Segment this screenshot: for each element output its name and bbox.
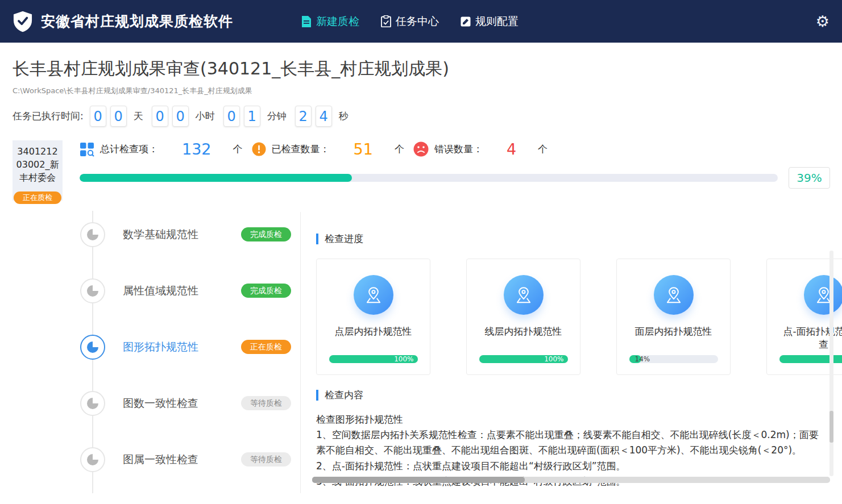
progress-cards-row: 点层内拓扑规范性 100% 线层内拓扑规范性 (316, 259, 842, 375)
section-title: 检查内容 (325, 389, 363, 402)
content-section: 检查内容 检查图形拓扑规范性 1、空间数据层内拓扑关系规范性检查：点要素不能出现… (316, 389, 842, 489)
timer-digit: 0 (172, 106, 189, 127)
timer-unit-minutes: 分钟 (267, 110, 287, 123)
total-items-value: 132 (182, 140, 211, 158)
content-section-header: 检查内容 (316, 389, 842, 402)
main-nav: 新建质检 任务中心 规则配置 (301, 14, 519, 29)
village-tab[interactable]: 340121203002_新丰村委会 正在质检 (13, 140, 63, 201)
card-progress-label: 14% (635, 355, 650, 363)
check-item-label: 图形拓扑规范性 (123, 340, 198, 355)
check-item-attribute-range[interactable]: 属性值域规范性 完成质检 (13, 263, 300, 319)
overall-progress-percent: 39% (789, 167, 830, 189)
task-timer: 任务已执行时间: 0 0 天 0 0 小时 0 1 分钟 2 4 秒 (13, 106, 842, 127)
card-title: 点层内拓扑规范性 (335, 325, 412, 338)
unit-label: 个 (538, 143, 547, 156)
overview-row: 340121203002_新丰村委会 正在质检 总计检查项： 132 个 (13, 140, 842, 201)
main-content: 长丰县村庄规划成果审查(340121_长丰县_村庄规划成果) C:\WorkSp… (0, 57, 842, 493)
check-item-map-attribute-consistency[interactable]: 图属一致性检查 等待质检 (13, 431, 300, 488)
pie-chart-icon (80, 278, 105, 303)
map-pin-icon (354, 275, 393, 315)
map-pin-icon (504, 275, 544, 315)
card-title: 面层内拓扑规范性 (635, 325, 712, 338)
status-badge: 完成质检 (241, 227, 291, 241)
app-title: 安徽省村庄规划成果质检软件 (41, 12, 233, 31)
timer-unit-seconds: 秒 (339, 110, 349, 123)
pie-chart-icon (80, 447, 105, 472)
pie-chart-icon (80, 391, 105, 416)
timer-digit: 0 (110, 106, 127, 127)
error-count-value: 4 (507, 140, 516, 158)
status-badge: 正在质检 (241, 340, 291, 354)
vertical-scrollbar-thumb[interactable] (829, 411, 833, 443)
check-item-label: 数学基础规范性 (123, 227, 198, 242)
village-tab-name: 340121203002_新丰村委会 (15, 145, 60, 185)
nav-item-label: 规则配置 (475, 14, 519, 29)
gear-icon[interactable]: ⚙ (816, 14, 829, 29)
timer-digit: 4 (316, 106, 332, 127)
stats-column: 总计检查项： 132 个 已检查数量： 51 个 (80, 140, 830, 201)
card-progress-label: 100% (394, 355, 413, 363)
check-item-math-basis[interactable]: 数学基础规范性 完成质检 (13, 206, 300, 263)
stats-line: 总计检查项： 132 个 已检查数量： 51 个 (80, 140, 830, 158)
horizontal-scrollbar-thumb[interactable] (312, 477, 525, 483)
nav-item-rule-config[interactable]: 规则配置 (461, 14, 519, 29)
overall-progress-row: 39% (80, 167, 830, 189)
content-paragraph: 1、空间数据层内拓扑关系规范性检查：点要素不能出现重叠；线要素不能自相交、不能出… (316, 427, 825, 458)
card-progress-bar: 100% (479, 355, 568, 363)
checked-count-value: 51 (354, 140, 373, 158)
timer-digit: 0 (90, 106, 106, 127)
check-item-map-number-consistency[interactable]: 图数一致性检查 等待质检 (13, 375, 300, 431)
card-progress-bar: 14% (629, 355, 718, 363)
timer-label: 任务已执行时间: (13, 110, 84, 123)
map-pin-icon (654, 275, 694, 315)
shield-logo-icon (13, 11, 33, 32)
workspace-path: C:\WorkSpace\长丰县村庄规划成果审查/340121_长丰县_村庄规划… (13, 86, 842, 96)
sad-face-icon (413, 141, 429, 157)
horizontal-scrollbar-track[interactable] (312, 477, 830, 483)
check-item-label: 图数一致性检查 (123, 396, 198, 411)
card-progress-label: 100% (544, 355, 563, 363)
alert-circle-icon (252, 142, 266, 156)
nav-item-task-center[interactable]: 任务中心 (381, 14, 439, 29)
unit-label: 个 (233, 143, 243, 156)
new-document-icon (301, 16, 312, 27)
total-items-label: 总计检查项： (100, 143, 158, 156)
checked-count-label: 已检查数量： (272, 143, 330, 156)
page-title: 长丰县村庄规划成果审查(340121_长丰县_村庄规划成果) (13, 57, 842, 81)
check-item-graphic-topology[interactable]: 图形拓扑规范性 正在质检 (13, 319, 300, 375)
pie-chart-icon (80, 335, 105, 360)
status-badge: 完成质检 (241, 284, 291, 298)
rule-config-icon (461, 16, 471, 27)
content-row: 数学基础规范性 完成质检 属性值域规范性 完成质检 图形拓扑规范性 正在质检 (13, 212, 842, 493)
pie-chart-icon (80, 222, 105, 247)
timer-digit: 1 (244, 106, 260, 127)
map-pin-icon (804, 275, 842, 315)
check-item-label: 图属一致性检查 (123, 452, 198, 467)
status-badge: 等待质检 (241, 452, 291, 466)
progress-card-point-layer: 点层内拓扑规范性 100% (316, 259, 430, 375)
timer-unit-days: 天 (134, 110, 143, 123)
status-badge: 等待质检 (241, 396, 291, 410)
card-progress-bar: 100% (329, 355, 418, 363)
section-accent-bar (316, 234, 318, 244)
timer-digit: 0 (223, 106, 240, 127)
village-status-badge: 正在质检 (14, 191, 61, 204)
timer-unit-hours: 小时 (196, 110, 215, 123)
timer-digit: 0 (152, 106, 168, 127)
section-title: 检查进度 (325, 232, 363, 245)
overall-progress-fill (80, 174, 352, 182)
clipboard-icon (381, 15, 391, 27)
error-count-label: 错误数量： (434, 143, 483, 156)
content-paragraph: 检查图形拓扑规范性 (316, 412, 825, 427)
check-item-label: 属性值域规范性 (123, 284, 198, 298)
unit-label: 个 (395, 143, 404, 156)
top-navbar: 安徽省村庄规划成果质检软件 新建质检 任务中心 规则配置 (0, 0, 842, 43)
nav-item-new-inspection[interactable]: 新建质检 (301, 14, 359, 29)
progress-card-line-layer: 线层内拓扑规范性 100% (466, 259, 580, 375)
section-accent-bar (316, 390, 318, 401)
grid-search-icon (80, 142, 94, 157)
timer-digit: 2 (295, 106, 312, 127)
detail-panel: 检查进度 点层内拓扑规范性 100% (300, 212, 842, 493)
content-paragraph: 2、点-面拓扑规范性：点状重点建设项目不能超出“村级行政区划”范围。 (316, 459, 825, 474)
overall-progress-bar (80, 174, 778, 182)
